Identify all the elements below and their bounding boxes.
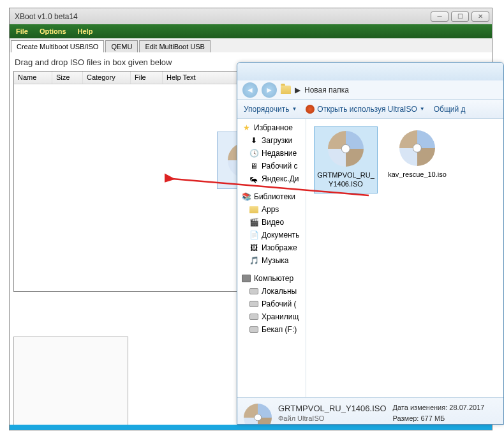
explorer-toolbar: Упорядочить▼ Открыть используя UltraISO▼… (237, 100, 503, 119)
drive-icon (249, 314, 258, 320)
maximize-button[interactable]: ☐ (451, 11, 469, 22)
nav-back-button[interactable]: ◄ (242, 82, 258, 98)
desktop-icon: 🖥 (249, 161, 259, 171)
nav-video[interactable]: 🎬Видео (237, 216, 306, 229)
window-controls: ─ ☐ ✕ (431, 11, 489, 22)
nav-work-drive[interactable]: Рабочий ( (237, 298, 306, 310)
col-size[interactable]: Size (52, 72, 83, 84)
file-pane[interactable]: GRTMPVOL_RU_Y1406.ISO kav_rescue_10.iso (306, 119, 503, 397)
detail-size: Размер: 677 МБ (393, 414, 497, 422)
video-icon: 🎬 (249, 217, 259, 227)
tab-edit[interactable]: Edit MultiBoot USB (139, 40, 211, 52)
col-name[interactable]: Name (14, 72, 52, 84)
explorer-body: ★Избранное ⬇Загрузки 🕓Недавние 🖥Рабочий … (237, 119, 503, 397)
breadcrumb-folder[interactable]: Новая папка (304, 86, 349, 95)
nav-favorites[interactable]: ★Избранное (237, 121, 306, 134)
star-icon: ★ (241, 123, 251, 133)
folder-icon (249, 206, 258, 213)
nav-music[interactable]: 🎵Музыка (237, 254, 306, 267)
nav-images[interactable]: 🖼Изображе (237, 241, 306, 254)
xboot-titlebar[interactable]: XBoot v1.0 beta14 ─ ☐ ✕ (10, 8, 492, 24)
detail-modified: Дата изменения: 28.07.2017 (393, 404, 497, 413)
explorer-window: ◄ ► ▶ Новая папка Упорядочить▼ Открыть и… (237, 62, 504, 425)
col-category[interactable]: Category (83, 72, 131, 84)
nav-forward-button[interactable]: ► (262, 82, 277, 98)
menu-help[interactable]: Help (78, 27, 93, 35)
xboot-tabs: Create Multiboot USB/ISO QEMU Edit Multi… (10, 38, 492, 52)
drive-icon (249, 326, 258, 333)
open-with-button[interactable]: Открыть используя UltraISO▼ (306, 105, 424, 114)
nav-apps[interactable]: Apps (237, 203, 306, 216)
nav-tree[interactable]: ★Избранное ⬇Загрузки 🕓Недавние 🖥Рабочий … (237, 119, 306, 397)
disc-icon (399, 130, 435, 166)
recent-icon: 🕓 (249, 148, 259, 158)
tab-create[interactable]: Create Multiboot USB/ISO (11, 40, 104, 52)
menu-options[interactable]: Options (40, 27, 66, 35)
close-button[interactable]: ✕ (471, 11, 489, 22)
file-item[interactable]: kav_rescue_10.iso (385, 126, 449, 183)
arrange-button[interactable]: Упорядочить▼ (244, 105, 297, 114)
nav-backup-drive[interactable]: Бекап (F:) (237, 323, 306, 336)
file-item-selected[interactable]: GRTMPVOL_RU_Y1406.ISO (314, 126, 378, 193)
nav-storage-drive[interactable]: Хранилищ (237, 310, 306, 323)
share-button[interactable]: Общий д (434, 105, 466, 114)
cloud-icon: ☁ (249, 174, 259, 184)
col-file[interactable]: File (131, 72, 163, 84)
image-icon: 🖼 (249, 243, 259, 253)
address-bar: ◄ ► ▶ Новая папка (237, 80, 503, 100)
xboot-menubar: File Options Help (10, 24, 492, 38)
nav-desktop[interactable]: 🖥Рабочий с (237, 160, 306, 172)
status-bar (10, 425, 492, 430)
nav-downloads[interactable]: ⬇Загрузки (237, 134, 306, 147)
nav-recent[interactable]: 🕓Недавние (237, 147, 306, 160)
file-label: GRTMPVOL_RU_Y1406.ISO (317, 171, 374, 189)
library-icon: 📚 (241, 192, 251, 202)
explorer-titlebar[interactable] (237, 63, 503, 80)
detail-filename: GRTMPVOL_RU_Y1406.ISO (278, 404, 387, 413)
nav-local-drive[interactable]: Локальны (237, 285, 306, 298)
minimize-button[interactable]: ─ (431, 11, 448, 22)
disc-icon (328, 131, 364, 167)
file-label: kav_rescue_10.iso (388, 170, 447, 179)
breadcrumb-sep: ▶ (295, 86, 300, 95)
music-icon: 🎵 (249, 255, 259, 266)
detail-created: Дата создания: 16.08.2017 (393, 423, 497, 425)
tab-qemu[interactable]: QEMU (105, 40, 138, 52)
menu-file[interactable]: File (16, 27, 28, 35)
drive-icon (249, 301, 258, 307)
document-icon: 📄 (249, 230, 259, 240)
disc-icon (244, 404, 272, 425)
computer-icon (242, 275, 251, 282)
xboot-title: XBoot v1.0 beta14 (12, 12, 431, 21)
nav-computer[interactable]: Компьютер (237, 272, 306, 285)
download-icon: ⬇ (249, 135, 259, 146)
drive-icon (249, 288, 258, 294)
nav-libraries[interactable]: 📚Библиотеки (237, 190, 306, 203)
nav-documents[interactable]: 📄Документь (237, 229, 306, 241)
detail-filetype: Файл UltraISO (278, 414, 387, 422)
preview-pane (13, 337, 128, 426)
nav-yandex[interactable]: ☁Яндекс.Ди (237, 172, 306, 185)
ultraiso-icon (306, 105, 315, 114)
folder-icon (281, 86, 291, 94)
details-pane: GRTMPVOL_RU_Y1406.ISO Дата изменения: 28… (237, 397, 503, 425)
